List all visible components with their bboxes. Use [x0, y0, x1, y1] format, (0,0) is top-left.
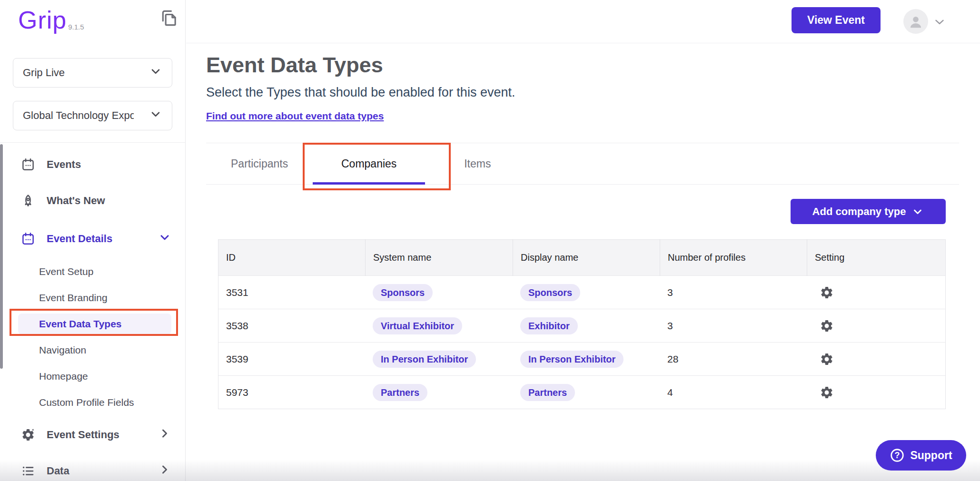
- sidebar-subitem-navigation[interactable]: Navigation: [0, 337, 186, 363]
- tab-companies[interactable]: Companies: [313, 143, 425, 184]
- sidebar-subitem-event-data-types[interactable]: Event Data Types: [0, 311, 186, 337]
- calendar-icon: [21, 232, 35, 246]
- table-header-row: ID System name Display name Number of pr…: [218, 240, 945, 275]
- question-circle-icon: ?: [890, 448, 905, 463]
- system-name-badge[interactable]: Partners: [373, 384, 427, 401]
- row-settings-button[interactable]: [820, 319, 834, 333]
- display-name-badge[interactable]: Sponsors: [520, 284, 580, 301]
- cell-number-of-profiles: 4: [660, 376, 807, 409]
- sidebar-item-event-details[interactable]: Event Details: [0, 227, 186, 250]
- sidebar-subitem-label: Event Branding: [39, 292, 108, 304]
- cell-number-of-profiles: 3: [660, 309, 807, 342]
- row-settings-button[interactable]: [820, 285, 834, 300]
- column-header-display-name: Display name: [513, 240, 660, 275]
- sidebar-item-data[interactable]: Data: [0, 460, 186, 481]
- system-name-badge[interactable]: In Person Exhibitor: [373, 351, 476, 368]
- gear-icon: [820, 385, 834, 400]
- event-details-children: Event Setup Event Branding Event Data Ty…: [0, 259, 186, 416]
- sidebar-subitem-custom-profile-fields[interactable]: Custom Profile Fields: [0, 390, 186, 416]
- account-chevron-down-icon[interactable]: [932, 15, 947, 31]
- sidebar-item-label: Event Details: [47, 233, 112, 245]
- display-name-badge[interactable]: Partners: [520, 384, 575, 401]
- workspace-dropdown-value: Grip Live: [23, 67, 65, 79]
- page-subtitle: Select the Types that should be enabled …: [206, 85, 515, 100]
- event-dropdown[interactable]: Global Technology Expo: [13, 101, 172, 130]
- support-label: Support: [910, 449, 952, 462]
- sidebar-item-whats-new[interactable]: What's New: [0, 189, 186, 212]
- display-name-badge[interactable]: Exhibitor: [520, 317, 578, 334]
- company-types-table: ID System name Display name Number of pr…: [218, 239, 946, 409]
- sidebar-subitem-label: Event Setup: [39, 266, 93, 277]
- sidebar: Grip 9.1.5 Grip Live Global Technology E…: [0, 0, 186, 481]
- add-company-type-button[interactable]: Add company type: [791, 199, 946, 224]
- cell-id: 3538: [218, 309, 365, 342]
- table-body: 3531 Sponsors Sponsors 3 3538 Virtual Ex…: [218, 275, 945, 409]
- row-settings-button[interactable]: [820, 385, 834, 400]
- event-dropdown-value: Global Technology Expo: [23, 109, 134, 122]
- chevron-right-icon: [158, 427, 171, 443]
- main-content: Event Data Types Select the Types that s…: [186, 43, 980, 481]
- sidebar-item-events[interactable]: Events: [0, 153, 186, 176]
- column-header-system-name: System name: [365, 240, 513, 275]
- sidebar-subitem-event-branding[interactable]: Event Branding: [0, 285, 186, 311]
- tab-participants[interactable]: Participants: [231, 157, 288, 170]
- column-header-setting: Setting: [807, 240, 945, 275]
- gear-icon: [820, 285, 834, 300]
- gear-icon: [820, 319, 834, 333]
- table-row: 3538 Virtual Exhibitor Exhibitor 3: [218, 309, 945, 342]
- chevron-down-icon: [158, 231, 171, 247]
- sidebar-divider: [0, 142, 186, 143]
- svg-text:?: ?: [895, 451, 900, 460]
- table-row: 3539 In Person Exhibitor In Person Exhib…: [218, 342, 945, 375]
- workspace-dropdown[interactable]: Grip Live: [13, 58, 172, 88]
- support-button[interactable]: ? Support: [876, 440, 966, 471]
- chevron-down-icon: [149, 65, 162, 81]
- sidebar-item-label: Events: [47, 158, 81, 171]
- table-row: 5973 Partners Partners 4: [218, 375, 945, 409]
- column-header-id: ID: [218, 240, 365, 275]
- system-name-badge[interactable]: Virtual Exhibitor: [373, 317, 462, 334]
- system-name-badge[interactable]: Sponsors: [373, 284, 433, 301]
- app-logo-text: Grip: [18, 6, 67, 34]
- sidebar-item-label: What's New: [47, 195, 105, 207]
- sidebar-subitem-homepage[interactable]: Homepage: [0, 363, 186, 390]
- gear-icon: [21, 428, 35, 442]
- calendar-icon: [21, 157, 35, 172]
- chevron-right-icon: [158, 463, 171, 479]
- sidebar-item-label: Data: [47, 465, 69, 477]
- tab-items[interactable]: Items: [464, 157, 491, 170]
- chevron-down-icon: [911, 206, 924, 218]
- gear-icon: [820, 352, 834, 366]
- cell-id: 5973: [218, 376, 365, 409]
- sidebar-subitem-label: Homepage: [39, 371, 88, 382]
- copy-icon[interactable]: [159, 9, 178, 29]
- rocket-icon: [21, 194, 35, 208]
- page-title: Event Data Types: [206, 53, 383, 78]
- sidebar-item-event-settings[interactable]: Event Settings: [0, 423, 186, 446]
- user-icon: [907, 13, 924, 30]
- chevron-down-icon: [149, 108, 162, 124]
- tab-bar: Participants Companies Items: [206, 143, 959, 185]
- sidebar-subitem-event-setup[interactable]: Event Setup: [0, 259, 186, 285]
- sidebar-subitem-label: Custom Profile Fields: [39, 397, 134, 408]
- sidebar-subitem-label: Event Data Types: [39, 318, 122, 330]
- cell-id: 3539: [218, 343, 365, 375]
- app-version: 9.1.5: [68, 23, 84, 31]
- app-logo: Grip 9.1.5: [18, 6, 84, 34]
- cell-number-of-profiles: 3: [660, 276, 807, 309]
- sidebar-nav: Events What's New Event Details: [0, 153, 186, 481]
- avatar[interactable]: [903, 9, 928, 34]
- sidebar-subitem-label: Navigation: [39, 344, 86, 356]
- row-settings-button[interactable]: [820, 352, 834, 366]
- view-event-button[interactable]: View Event: [792, 7, 881, 33]
- sidebar-item-label: Event Settings: [47, 429, 119, 441]
- add-company-type-label: Add company type: [812, 206, 906, 218]
- cell-id: 3531: [218, 276, 365, 309]
- top-bar: View Event: [186, 0, 980, 43]
- display-name-badge[interactable]: In Person Exhibitor: [520, 351, 624, 368]
- table-row: 3531 Sponsors Sponsors 3: [218, 275, 945, 309]
- column-header-number-of-profiles: Number of profiles: [660, 240, 807, 275]
- cell-number-of-profiles: 28: [660, 343, 807, 375]
- find-out-more-link[interactable]: Find out more about event data types: [206, 110, 384, 122]
- list-icon: [21, 464, 35, 478]
